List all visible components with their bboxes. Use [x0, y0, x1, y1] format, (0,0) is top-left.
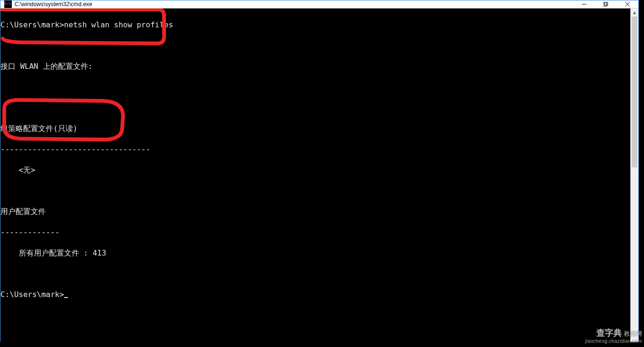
minimize-button[interactable]: [573, 0, 595, 8]
close-icon: [625, 2, 630, 7]
blank-line: [0, 103, 630, 113]
blank-line: [0, 82, 630, 92]
minimize-icon: [582, 2, 586, 7]
prompt-line-2: C:\Users\mark>: [0, 289, 630, 300]
user-profiles-heading: 用户配置文件: [0, 207, 630, 217]
footer-strip: [0, 342, 644, 347]
dashes-line: ---------------------------------: [0, 144, 630, 155]
titlebar[interactable]: C:\windows\system32\cmd.exe: [0, 0, 638, 8]
prompt-line-1: C:\Users\mark>netsh wlan show profiles: [0, 20, 630, 30]
prompt-text: C:\Users\mark>: [0, 290, 64, 299]
svg-rect-1: [603, 3, 607, 6]
watermark-brand: 查字典 教程网: [585, 329, 642, 338]
window-controls: [573, 0, 638, 8]
cursor-icon: [64, 297, 68, 298]
command-text: netsh wlan show profiles: [64, 20, 173, 29]
scrollbar-thumb[interactable]: [632, 17, 637, 167]
dashes-line: -------------: [0, 227, 630, 238]
svg-rect-2: [604, 2, 608, 5]
maximize-button[interactable]: [595, 0, 617, 8]
watermark-brand-cn: 查字典: [596, 328, 622, 338]
close-button[interactable]: [617, 0, 638, 8]
cmd-icon: [4, 0, 12, 8]
blank-line: [0, 41, 630, 51]
prompt-text: C:\Users\mark>: [0, 20, 64, 29]
group-policy-heading: 组策略配置文件(只读): [0, 124, 630, 134]
watermark: 查字典 教程网 jiaocheng.chazidian.com: [585, 329, 642, 345]
window-title: C:\windows\system32\cmd.exe: [15, 1, 92, 8]
vertical-scrollbar[interactable]: ▲ ▼: [630, 8, 638, 347]
maximize-icon: [603, 2, 608, 7]
blank-line: [0, 269, 630, 279]
scroll-up-arrow-icon[interactable]: ▲: [631, 8, 638, 17]
cmd-window: C:\windows\system32\cmd.exe C:\Users\ma: [0, 0, 639, 342]
watermark-brand-suffix: 教程网: [624, 330, 642, 337]
terminal[interactable]: C:\Users\mark>netsh wlan show profiles 接…: [0, 8, 630, 347]
watermark-url: jiaocheng.chazidian.com: [585, 338, 642, 345]
terminal-wrap: C:\Users\mark>netsh wlan show profiles 接…: [0, 8, 638, 347]
interface-heading: 接口 WLAN 上的配置文件:: [0, 61, 630, 72]
profile-entry: 所有用户配置文件 : 413: [0, 248, 630, 258]
none-entry: <无>: [0, 165, 630, 175]
blank-line: [0, 186, 630, 196]
